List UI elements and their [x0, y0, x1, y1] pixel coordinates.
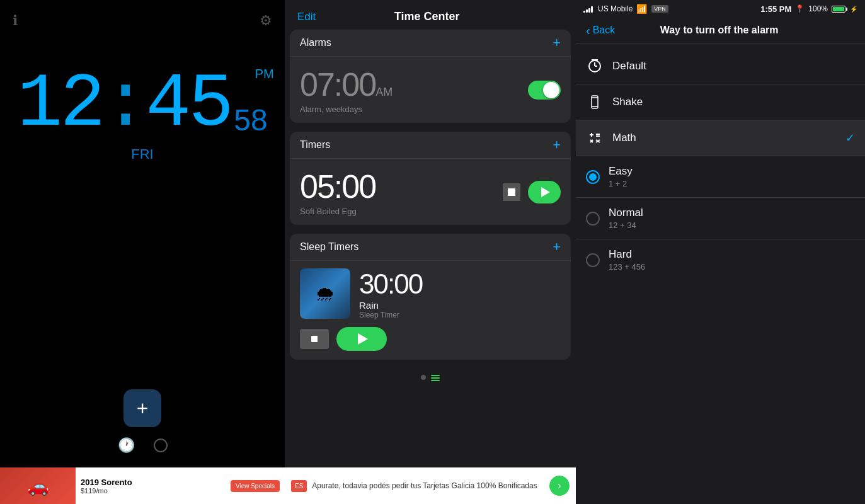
alarms-section: Alarms + 07:00AM Alarm, weekdays	[290, 30, 571, 123]
right-list: Default Shake	[576, 43, 865, 504]
clock-day: FRI	[17, 146, 267, 163]
wifi-icon: 📶	[636, 4, 647, 14]
ad-cta[interactable]: View Specials	[231, 480, 280, 492]
ad-flag: ES	[291, 480, 307, 492]
clock-time: 12:45	[17, 67, 231, 142]
ad-banner-left[interactable]: 🚗 2019 Sorento $119/mo View Specials	[0, 467, 285, 504]
timers-add-button[interactable]: +	[553, 138, 561, 152]
shake-title: Shake	[612, 96, 855, 108]
edit-button[interactable]: Edit	[297, 11, 316, 23]
sleep-stop-button[interactable]	[300, 329, 329, 349]
circle-nav-icon[interactable]	[154, 438, 168, 452]
math-icon	[586, 129, 604, 147]
sleep-name: Rain	[359, 300, 561, 311]
sleep-stop-icon	[311, 336, 318, 342]
page-indicators	[290, 369, 571, 387]
ad-mid-text: Apurate, todavia podés pedir tus Tarjeta…	[312, 481, 544, 490]
easy-title: Easy	[609, 165, 855, 178]
carrier-label: US Mobile	[598, 4, 633, 13]
alarm-time-block: 07:00AM Alarm, weekdays	[300, 66, 392, 114]
timer-play-button[interactable]	[528, 181, 561, 203]
settings-icon[interactable]: ⚙	[260, 13, 272, 29]
hard-title: Hard	[609, 248, 855, 261]
default-text: Default	[612, 60, 855, 72]
location-icon: 📍	[795, 4, 805, 13]
hard-text: Hard 123 + 456	[609, 248, 855, 272]
easy-subtitle: 1 + 2	[609, 179, 855, 188]
list-item-hard[interactable]: Hard 123 + 456	[576, 239, 865, 280]
ad-banner-mid[interactable]: ES Apurate, todavia podés pedir tus Tarj…	[285, 467, 576, 504]
ad-price: $119/mo	[81, 487, 226, 495]
timers-header: Timers +	[290, 132, 571, 159]
charging-icon: ⚡	[850, 6, 857, 13]
signal-bar-3	[588, 8, 590, 13]
sleep-timers-header: Sleep Timers +	[290, 234, 571, 261]
alarms-title: Alarms	[300, 37, 331, 49]
normal-subtitle: 12 + 34	[609, 220, 855, 230]
alarm-ampm: AM	[375, 86, 392, 98]
signal-bars	[583, 5, 593, 13]
timers-title: Timers	[300, 139, 330, 151]
stop-icon	[508, 188, 515, 196]
sleep-info: 30:00 Rain Sleep Timer	[359, 268, 561, 319]
alarms-header: Alarms +	[290, 30, 571, 57]
clock-seconds: 58	[234, 103, 267, 137]
timer-info: 05:00 Soft Boiled Egg	[300, 168, 375, 216]
easy-radio	[586, 170, 600, 184]
list-item-shake[interactable]: Shake	[576, 84, 865, 120]
middle-content: Alarms + 07:00AM Alarm, weekdays Timers …	[285, 30, 576, 467]
battery-icon	[832, 6, 845, 13]
middle-panel: Edit Time Center Alarms + 07:00AM Alarm,…	[285, 0, 576, 504]
sleep-timer-row: 🌧 30:00 Rain Sleep Timer	[290, 261, 571, 327]
battery-tip	[846, 8, 847, 11]
alarm-toggle[interactable]	[528, 81, 561, 100]
rain-icon: 🌧	[315, 282, 335, 306]
sleep-play-button[interactable]	[336, 327, 387, 351]
math-checkmark: ✓	[845, 131, 855, 145]
signal-bar-1	[583, 11, 585, 13]
time-center-title: Time Center	[394, 10, 460, 23]
bottom-nav: 🕐	[118, 437, 168, 454]
alarms-add-button[interactable]: +	[553, 36, 561, 50]
list-item-math[interactable]: Math ✓	[576, 120, 865, 156]
left-top-bar: ℹ ⚙	[0, 0, 285, 29]
ad-arrow[interactable]: ›	[549, 476, 570, 496]
clock-ampm: PM	[255, 67, 274, 81]
info-icon[interactable]: ℹ	[13, 13, 18, 29]
sleep-time: 30:00	[359, 268, 561, 300]
signal-bar-2	[586, 9, 588, 13]
sleep-timers-section: Sleep Timers + 🌧 30:00 Rain Sleep Timer	[290, 234, 571, 360]
alarm-description: Alarm, weekdays	[300, 105, 392, 114]
normal-text: Normal 12 + 34	[609, 207, 855, 230]
dot-1[interactable]	[421, 375, 426, 380]
right-panel-title: Way to turn off the alarm	[583, 25, 855, 36]
normal-radio	[586, 212, 600, 226]
play-icon	[541, 187, 550, 197]
add-button[interactable]: +	[123, 389, 161, 427]
ad-text: 2019 Sorento $119/mo	[76, 475, 231, 497]
clock-nav-icon[interactable]: 🕐	[118, 437, 135, 454]
sleep-thumbnail: 🌧	[300, 268, 350, 319]
list-item-normal[interactable]: Normal 12 + 34	[576, 198, 865, 239]
default-icon	[586, 57, 604, 75]
status-bar: US Mobile 📶 VPN 1:55 PM 📍 100% ⚡	[576, 0, 865, 18]
math-text: Math	[612, 132, 837, 144]
hard-subtitle: 123 + 456	[609, 262, 855, 272]
timer-stop-button[interactable]	[503, 183, 520, 201]
dot-2[interactable]	[431, 375, 440, 381]
sleep-timers-add-button[interactable]: +	[553, 240, 561, 254]
list-item-default[interactable]: Default	[576, 49, 865, 84]
battery-percent: 100%	[808, 4, 828, 13]
hard-radio	[586, 253, 600, 267]
vpn-badge: VPN	[651, 5, 668, 13]
ad-image: 🚗	[0, 467, 76, 504]
toggle-knob	[543, 82, 559, 98]
timer-controls	[503, 181, 561, 203]
right-nav: ‹ Back Way to turn off the alarm	[576, 18, 865, 43]
shake-text: Shake	[612, 96, 855, 108]
bottom-buttons: + 🕐	[118, 389, 168, 454]
sleep-controls	[290, 327, 571, 360]
timer-time: 05:00	[300, 168, 375, 205]
list-item-easy[interactable]: Easy 1 + 2	[576, 156, 865, 198]
status-left: US Mobile 📶 VPN	[583, 4, 668, 14]
